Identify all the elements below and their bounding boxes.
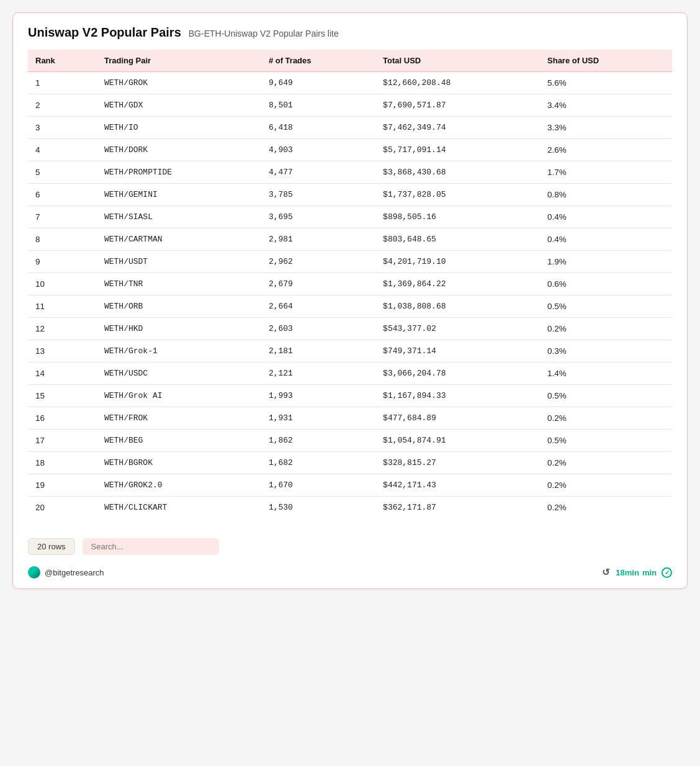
cell-trades: 2,962 [261,251,375,273]
cell-share: 0.5% [540,385,672,407]
cell-total: $12,660,208.48 [375,72,540,94]
cell-rank: 15 [28,385,97,407]
cell-share: 0.8% [540,184,672,206]
cell-trades: 2,664 [261,295,375,318]
cell-share: 0.3% [540,340,672,363]
cell-share: 0.4% [540,206,672,228]
table-row: 17 WETH/BEG 1,862 $1,054,874.91 0.5% [28,430,672,452]
col-rank: Rank [28,50,97,72]
cell-share: 0.6% [540,273,672,295]
branding: @bitgetresearch [28,566,104,579]
cell-rank: 2 [28,94,97,117]
table-row: 3 WETH/IO 6,418 $7,462,349.74 3.3% [28,117,672,139]
cell-rank: 8 [28,228,97,251]
cell-total: $7,690,571.87 [375,94,540,117]
cell-pair: WETH/BEG [97,430,261,452]
cell-rank: 13 [28,340,97,363]
cell-rank: 3 [28,117,97,139]
table-row: 13 WETH/Grok-1 2,181 $749,371.14 0.3% [28,340,672,363]
time-value: 18min [616,568,639,577]
cell-trades: 2,181 [261,340,375,363]
cell-rank: 10 [28,273,97,295]
cell-share: 5.6% [540,72,672,94]
cell-trades: 1,670 [261,474,375,497]
table-body: 1 WETH/GROK 9,649 $12,660,208.48 5.6% 2 … [28,72,672,519]
cell-total: $4,201,719.10 [375,251,540,273]
cell-share: 0.4% [540,228,672,251]
cell-total: $1,054,874.91 [375,430,540,452]
card-header: Uniswap V2 Popular Pairs BG-ETH-Uniswap … [28,25,672,40]
cell-trades: 3,785 [261,184,375,206]
cell-pair: WETH/Grok AI [97,385,261,407]
cell-pair: WETH/FROK [97,407,261,430]
cell-rank: 9 [28,251,97,273]
cell-share: 0.5% [540,430,672,452]
branding-text: @bitgetresearch [45,568,104,577]
cell-share: 2.6% [540,139,672,161]
cell-rank: 19 [28,474,97,497]
cell-total: $442,171.43 [375,474,540,497]
refresh-icon: ↺ [602,567,610,578]
cell-share: 0.2% [540,474,672,497]
cell-rank: 7 [28,206,97,228]
cell-trades: 6,418 [261,117,375,139]
table-row: 11 WETH/ORB 2,664 $1,038,808.68 0.5% [28,295,672,318]
cell-total: $328,815.27 [375,452,540,474]
data-table: Rank Trading Pair # of Trades Total USD … [28,50,672,518]
cell-trades: 8,501 [261,94,375,117]
cell-rank: 14 [28,363,97,385]
main-card: Uniswap V2 Popular Pairs BG-ETH-Uniswap … [12,12,688,589]
cell-pair: WETH/USDC [97,363,261,385]
table-row: 10 WETH/TNR 2,679 $1,369,864.22 0.6% [28,273,672,295]
cell-pair: WETH/DORK [97,139,261,161]
card-subtitle: BG-ETH-Uniswap V2 Popular Pairs lite [189,29,339,38]
cell-trades: 1,530 [261,497,375,519]
cell-rank: 11 [28,295,97,318]
col-share: Share of USD [540,50,672,72]
cell-total: $803,648.65 [375,228,540,251]
table-row: 15 WETH/Grok AI 1,993 $1,167,894.33 0.5% [28,385,672,407]
footer: 20 rows [28,538,672,555]
cell-total: $1,167,894.33 [375,385,540,407]
cell-trades: 1,862 [261,430,375,452]
table-row: 16 WETH/FROK 1,931 $477,684.89 0.2% [28,407,672,430]
cell-rank: 5 [28,161,97,184]
cell-pair: WETH/IO [97,117,261,139]
cell-total: $1,369,864.22 [375,273,540,295]
cell-rank: 18 [28,452,97,474]
cell-trades: 1,931 [261,407,375,430]
cell-total: $362,171.87 [375,497,540,519]
table-row: 8 WETH/CARTMAN 2,981 $803,648.65 0.4% [28,228,672,251]
cell-total: $3,868,430.68 [375,161,540,184]
table-row: 14 WETH/USDC 2,121 $3,066,204.78 1.4% [28,363,672,385]
check-icon: ✓ [662,567,672,578]
cell-total: $3,066,204.78 [375,363,540,385]
cell-total: $7,462,349.74 [375,117,540,139]
cell-pair: WETH/CLICKART [97,497,261,519]
cell-total: $1,737,828.05 [375,184,540,206]
cell-total: $1,038,808.68 [375,295,540,318]
cell-rank: 16 [28,407,97,430]
table-row: 2 WETH/GDX 8,501 $7,690,571.87 3.4% [28,94,672,117]
cell-total: $477,684.89 [375,407,540,430]
cell-total: $898,505.16 [375,206,540,228]
rows-badge: 20 rows [28,538,75,555]
time-unit: min [642,568,657,577]
cell-total: $5,717,091.14 [375,139,540,161]
cell-pair: WETH/SIASL [97,206,261,228]
cell-share: 0.2% [540,452,672,474]
cell-rank: 1 [28,72,97,94]
cell-trades: 2,679 [261,273,375,295]
branding-logo [28,566,40,579]
col-pair: Trading Pair [97,50,261,72]
cell-rank: 12 [28,318,97,340]
table-row: 4 WETH/DORK 4,903 $5,717,091.14 2.6% [28,139,672,161]
table-row: 9 WETH/USDT 2,962 $4,201,719.10 1.9% [28,251,672,273]
search-input[interactable] [83,538,219,555]
cell-pair: WETH/TNR [97,273,261,295]
cell-pair: WETH/ORB [97,295,261,318]
cell-pair: WETH/CARTMAN [97,228,261,251]
table-header: Rank Trading Pair # of Trades Total USD … [28,50,672,72]
cell-pair: WETH/PROMPTIDE [97,161,261,184]
table-row: 20 WETH/CLICKART 1,530 $362,171.87 0.2% [28,497,672,519]
